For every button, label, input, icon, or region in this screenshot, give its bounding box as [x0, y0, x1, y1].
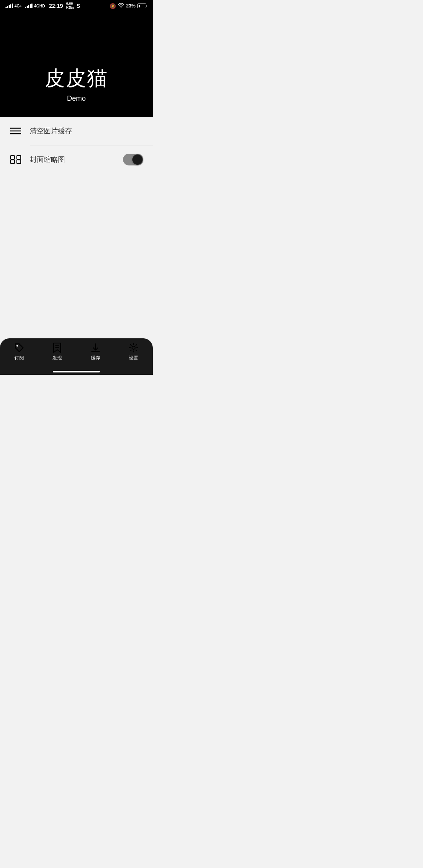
status-right: 🔕 23%	[110, 3, 147, 9]
grid-icon	[9, 153, 22, 166]
thumbnail-toggle[interactable]	[123, 154, 143, 165]
gear-icon	[128, 342, 139, 353]
nav-item-discover[interactable]: 发现	[38, 342, 77, 361]
bookmark-icon	[52, 342, 63, 353]
battery-icon	[137, 4, 147, 8]
time-label: 22:19	[49, 3, 63, 9]
network2-label: 4GHD	[34, 4, 45, 8]
content-spacer	[0, 256, 153, 338]
cache-label: 缓存	[91, 355, 100, 361]
home-indicator	[0, 371, 153, 375]
thumbnail-label: 封面缩略图	[30, 155, 115, 164]
s-icon: S	[76, 3, 80, 9]
signal-bars-1	[5, 4, 13, 8]
lines-icon	[9, 125, 22, 137]
bell-muted-icon: 🔕	[110, 3, 116, 9]
svg-rect-4	[11, 156, 14, 159]
wifi-icon	[118, 3, 124, 9]
svg-point-11	[132, 346, 135, 349]
signal-bars-2	[25, 4, 33, 8]
hero-section: 皮皮猫 Demo	[0, 11, 153, 117]
speed-label: 0.00KB/s	[66, 2, 74, 10]
clear-cache-label: 清空图片缓存	[30, 126, 143, 136]
settings-content: 清空图片缓存 封面缩略图	[0, 117, 153, 256]
tag-icon	[14, 342, 25, 353]
subscribe-label: 订阅	[14, 355, 24, 361]
toggle-knob	[132, 154, 143, 165]
svg-rect-5	[17, 156, 21, 159]
nav-item-cache[interactable]: 缓存	[76, 342, 115, 361]
thumbnail-toggle-container	[123, 154, 143, 165]
bottom-nav: 订阅 发现 缓存 设置	[0, 338, 153, 371]
status-bar: 4G+ 4GHD 22:19 0.00KB/s S 🔕 23%	[0, 0, 153, 11]
svg-point-8	[16, 345, 18, 347]
app-subtitle: Demo	[67, 94, 86, 103]
home-bar	[53, 371, 100, 372]
thumbnail-item[interactable]: 封面缩略图	[0, 145, 153, 174]
discover-label: 发现	[52, 355, 62, 361]
nav-item-settings[interactable]: 设置	[115, 342, 153, 361]
status-left: 4G+ 4GHD 22:19 0.00KB/s S	[5, 2, 80, 10]
nav-item-subscribe[interactable]: 订阅	[0, 342, 38, 361]
battery-percent: 23%	[126, 3, 136, 9]
svg-point-0	[121, 7, 121, 8]
svg-rect-7	[17, 160, 21, 163]
download-icon	[90, 342, 101, 353]
app-title: 皮皮猫	[45, 65, 108, 92]
network1-label: 4G+	[14, 4, 22, 8]
clear-cache-item[interactable]: 清空图片缓存	[0, 117, 153, 145]
svg-rect-6	[11, 160, 14, 163]
settings-label: 设置	[129, 355, 138, 361]
